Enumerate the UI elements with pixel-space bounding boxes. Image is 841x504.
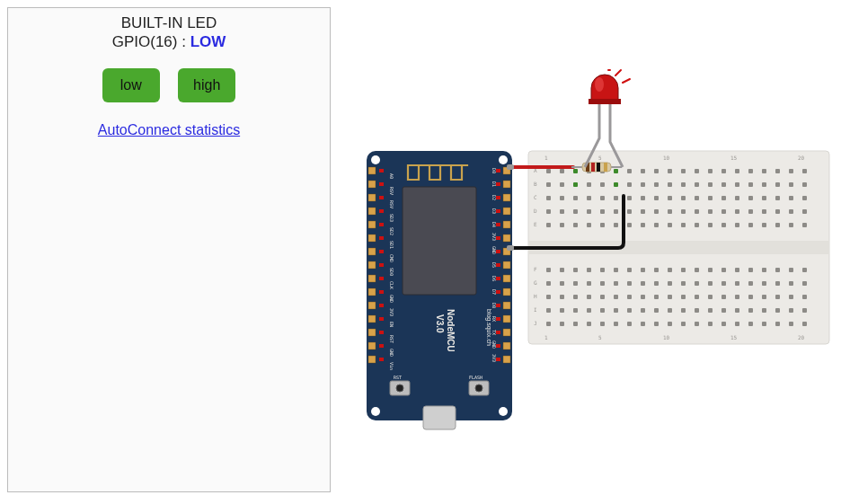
svg-text:D: D (534, 208, 537, 214)
svg-rect-244 (368, 275, 376, 282)
svg-rect-246 (368, 288, 376, 296)
svg-rect-162 (546, 295, 551, 299)
svg-rect-41 (802, 169, 807, 173)
svg-rect-32 (681, 169, 686, 173)
svg-text:C: C (534, 194, 537, 200)
svg-rect-77 (748, 196, 753, 200)
svg-rect-59 (775, 182, 780, 187)
svg-text:D8: D8 (491, 303, 497, 308)
svg-rect-80 (789, 196, 793, 200)
svg-rect-166 (600, 295, 605, 299)
svg-rect-232 (368, 194, 376, 201)
low-button[interactable]: low (102, 68, 160, 102)
svg-point-223 (371, 155, 380, 164)
svg-rect-61 (802, 182, 807, 187)
svg-rect-173 (695, 295, 699, 299)
svg-rect-111 (668, 223, 672, 227)
svg-rect-102 (546, 223, 551, 227)
svg-rect-147 (614, 281, 618, 286)
svg-rect-284 (379, 344, 384, 348)
flash-label: FLASH (469, 375, 482, 380)
svg-rect-242 (368, 261, 376, 269)
svg-rect-67 (614, 196, 618, 200)
svg-rect-129 (641, 268, 645, 272)
svg-rect-65 (587, 196, 591, 200)
svg-rect-251 (503, 315, 510, 323)
svg-text:15: 15 (730, 334, 738, 340)
svg-rect-98 (762, 209, 766, 214)
svg-rect-152 (681, 281, 686, 286)
svg-rect-136 (735, 268, 739, 272)
svg-rect-264 (379, 209, 384, 213)
svg-rect-132 (681, 268, 686, 272)
svg-text:3V3: 3V3 (389, 308, 394, 316)
svg-rect-220 (789, 322, 793, 326)
svg-rect-122 (546, 268, 551, 272)
control-panel: BUILT-IN LED GPIO(16) : LOW low high Aut… (7, 7, 331, 492)
svg-rect-140 (789, 268, 793, 272)
svg-text:D2: D2 (491, 195, 497, 200)
svg-rect-154 (708, 281, 713, 286)
svg-rect-40 (789, 169, 793, 173)
usb-port (423, 406, 456, 429)
svg-rect-218 (762, 322, 766, 326)
svg-rect-39 (775, 169, 780, 173)
high-button[interactable]: high (178, 68, 235, 102)
svg-text:D0: D0 (491, 168, 497, 173)
svg-point-224 (499, 155, 508, 164)
svg-rect-210 (654, 322, 659, 326)
svg-rect-188 (627, 308, 632, 313)
svg-rect-148 (627, 281, 632, 286)
svg-rect-156 (735, 281, 739, 286)
svg-rect-260 (379, 182, 384, 186)
svg-rect-73 (695, 196, 699, 200)
svg-rect-262 (379, 196, 384, 199)
svg-text:5: 5 (598, 334, 602, 340)
svg-rect-236 (368, 221, 376, 228)
svg-rect-233 (503, 194, 510, 201)
svg-rect-114 (708, 223, 713, 227)
svg-rect-282 (379, 331, 384, 334)
svg-rect-253 (503, 329, 510, 336)
svg-rect-127 (614, 268, 618, 272)
svg-rect-219 (775, 322, 780, 326)
svg-rect-227 (403, 187, 476, 295)
svg-rect-128 (627, 268, 632, 272)
svg-rect-199 (775, 308, 780, 313)
svg-text:RSV: RSV (389, 187, 394, 195)
svg-rect-133 (695, 268, 699, 272)
svg-rect-117 (748, 223, 753, 227)
svg-rect-234 (368, 208, 376, 215)
svg-rect-74 (708, 196, 713, 200)
svg-rect-256 (368, 356, 376, 363)
svg-rect-30 (654, 169, 659, 173)
svg-rect-125 (587, 268, 591, 272)
svg-rect-37 (748, 169, 753, 173)
gpio-state: LOW (190, 33, 226, 50)
svg-rect-167 (614, 295, 618, 299)
svg-rect-142 (546, 281, 551, 286)
svg-rect-66 (600, 196, 605, 200)
svg-rect-258 (379, 169, 384, 172)
svg-rect-160 (789, 281, 793, 286)
svg-rect-245 (503, 275, 510, 282)
svg-rect-255 (503, 342, 510, 349)
svg-rect-252 (368, 329, 376, 336)
svg-rect-231 (503, 181, 510, 188)
autoconnect-link[interactable]: AutoConnect statistics (8, 122, 330, 138)
svg-rect-230 (368, 181, 376, 188)
svg-rect-82 (546, 209, 551, 214)
svg-text:Vin: Vin (389, 362, 394, 370)
gpio-suffix: ) : (173, 33, 190, 50)
svg-point-225 (371, 407, 380, 416)
svg-rect-165 (587, 295, 591, 299)
svg-rect-191 (668, 308, 672, 313)
svg-text:15: 15 (730, 155, 738, 161)
svg-rect-215 (721, 322, 726, 326)
svg-text:GND: GND (389, 349, 394, 357)
svg-rect-328 (597, 163, 600, 172)
svg-text:10: 10 (663, 334, 670, 340)
svg-rect-64 (573, 196, 578, 200)
svg-rect-44 (573, 182, 578, 187)
svg-rect-50 (654, 182, 659, 187)
